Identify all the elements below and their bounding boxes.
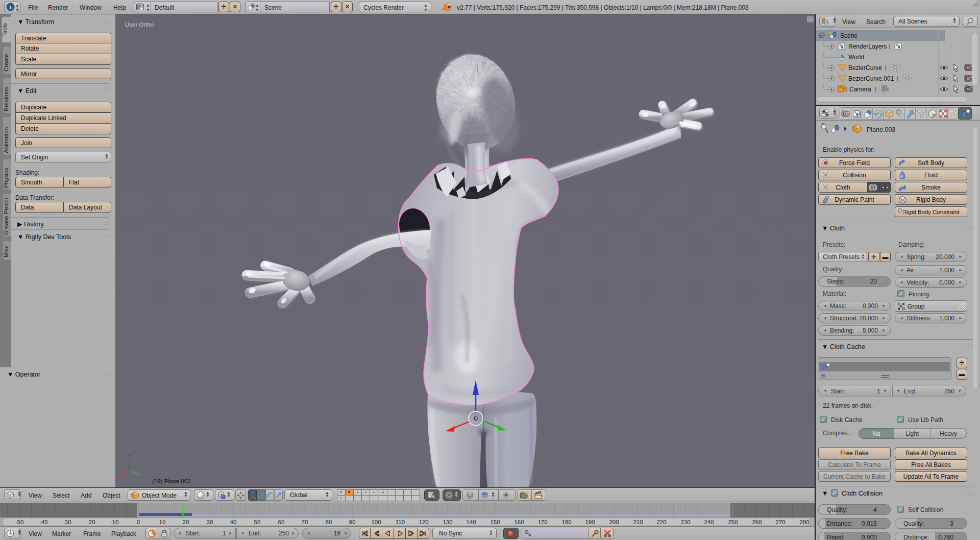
svg-text:180: 180 [561,519,571,525]
svg-text:|: | [889,43,890,49]
svg-text:250: 250 [728,519,738,525]
svg-text:100: 100 [371,519,381,525]
svg-text:i: i [10,4,11,10]
svg-text:240: 240 [704,519,714,525]
svg-text:World: World [848,54,864,61]
svg-text:40: 40 [230,519,237,525]
svg-text:50: 50 [254,519,261,525]
svg-text:|: | [875,86,876,92]
svg-text:30: 30 [207,519,213,525]
svg-text:RenderLayers: RenderLayers [848,43,887,50]
svg-text:190: 190 [585,519,595,525]
svg-text:120: 120 [419,519,428,525]
svg-text:280: 280 [799,519,809,525]
svg-text:Camera: Camera [849,86,871,93]
svg-text:|: | [885,64,886,71]
svg-text:140: 140 [466,519,476,525]
svg-text:80: 80 [326,519,332,525]
svg-text:-50: -50 [15,519,24,525]
svg-text:160: 160 [514,519,524,525]
svg-text:170: 170 [537,519,547,525]
svg-text:-40: -40 [39,519,48,525]
svg-text:260: 260 [752,519,762,525]
svg-text:130: 130 [443,519,452,525]
svg-text:110: 110 [396,519,405,525]
svg-text:210: 210 [633,519,643,525]
svg-text:10: 10 [159,519,166,525]
svg-text:90: 90 [349,519,356,525]
svg-text:BezierCurve.001: BezierCurve.001 [848,75,894,82]
svg-text:-10: -10 [110,519,119,525]
svg-text:BezierCurve: BezierCurve [848,64,882,72]
svg-text:0: 0 [137,519,140,525]
svg-text:|: | [897,75,898,81]
svg-text:70: 70 [302,519,308,525]
svg-text:270: 270 [775,519,785,525]
svg-text:200: 200 [609,519,619,525]
svg-text:230: 230 [680,519,690,525]
svg-text:-30: -30 [63,519,71,525]
svg-text:z: z [128,454,131,459]
svg-text:20: 20 [183,519,189,525]
svg-text:Scene: Scene [840,32,857,39]
svg-text:-20: -20 [87,519,95,525]
svg-text:60: 60 [278,519,285,525]
svg-text:220: 220 [656,519,666,525]
svg-text:150: 150 [490,519,500,525]
